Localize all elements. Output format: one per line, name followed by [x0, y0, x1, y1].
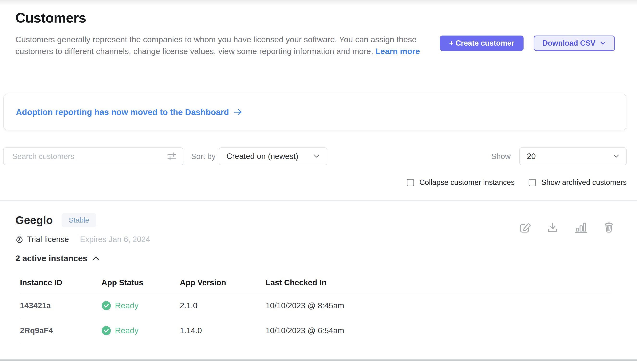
table-row[interactable]: 143421a Ready 2.1.0 10/10/2023 @ 8:45am — [20, 294, 610, 318]
filter-icon[interactable] — [167, 151, 177, 161]
app-status-text: Ready — [115, 301, 138, 310]
show-select[interactable]: 20 — [519, 148, 627, 165]
adoption-banner-text: Adoption reporting has now moved to the … — [16, 107, 229, 117]
chevron-up-icon — [92, 256, 100, 261]
search-input[interactable] — [4, 148, 167, 165]
customer-actions — [518, 221, 615, 234]
bar-chart-icon — [574, 221, 587, 234]
bottom-divider — [0, 360, 637, 361]
col-header-app-version: App Version — [180, 278, 266, 287]
sort-by-label: Sort by — [191, 148, 215, 165]
customer-name: Geeglo — [15, 214, 53, 227]
checkbox-icon[interactable] — [529, 179, 536, 186]
last-checked-in: 10/10/2023 @ 6:54am — [266, 326, 610, 335]
show-group: Show 20 — [491, 148, 627, 165]
section-divider — [0, 200, 637, 201]
trash-icon — [602, 221, 615, 234]
show-label: Show — [491, 152, 511, 161]
col-header-app-status: App Status — [101, 278, 180, 287]
checkbox-icon[interactable] — [407, 179, 414, 186]
download-csv-button[interactable]: Download CSV — [534, 36, 615, 51]
show-archived-checkbox[interactable]: Show archived customers — [529, 178, 627, 187]
check-circle-icon — [101, 301, 111, 310]
adoption-banner[interactable]: Adoption reporting has now moved to the … — [3, 94, 626, 130]
instance-id: 143421a — [20, 301, 101, 310]
app-status: Ready — [101, 301, 180, 310]
license-expiry: Expires Jan 6, 2024 — [80, 235, 150, 244]
collapse-instances-checkbox[interactable]: Collapse customer instances — [407, 178, 515, 187]
app-version: 1.14.0 — [180, 326, 266, 335]
customer-meta: Trial license Expires Jan 6, 2024 — [15, 235, 150, 244]
page-description-text: Customers generally represent the compan… — [15, 35, 416, 56]
sort-select[interactable]: Created on (newest) — [219, 148, 327, 165]
app-version: 2.1.0 — [180, 301, 266, 310]
col-header-instance-id: Instance ID — [20, 278, 101, 287]
last-checked-in: 10/10/2023 @ 8:45am — [266, 301, 610, 310]
download-icon — [546, 221, 559, 234]
table-row[interactable]: 2Rq9aF4 Ready 1.14.0 10/10/2023 @ 6:54am — [20, 318, 610, 343]
page-title: Customers — [15, 10, 86, 26]
download-csv-label: Download CSV — [543, 39, 595, 48]
arrow-right-icon — [234, 108, 243, 116]
report-customer-button[interactable] — [574, 221, 587, 234]
timer-icon — [15, 235, 24, 244]
toolbar: Sort by Created on (newest) Show 20 — [0, 148, 637, 166]
instances-toggle-label: 2 active instances — [15, 254, 88, 263]
col-header-last-checked-in: Last Checked In — [266, 278, 610, 287]
instance-id: 2Rq9aF4 — [20, 326, 101, 335]
delete-customer-button[interactable] — [602, 221, 615, 234]
top-shadow — [0, 0, 637, 5]
customer-header: Geeglo Stable — [15, 213, 96, 227]
show-archived-label: Show archived customers — [541, 178, 627, 187]
check-circle-icon — [101, 326, 111, 336]
app-status: Ready — [101, 326, 180, 336]
chevron-down-icon — [600, 40, 606, 46]
download-customer-button[interactable] — [546, 221, 559, 234]
channel-badge: Stable — [62, 213, 96, 227]
sort-select-value: Created on (newest) — [227, 152, 298, 161]
collapse-instances-label: Collapse customer instances — [419, 178, 515, 187]
edit-customer-button[interactable] — [518, 221, 531, 234]
learn-more-link[interactable]: Learn more — [375, 46, 420, 56]
search-box — [3, 148, 183, 165]
create-customer-button[interactable]: + Create customer — [440, 36, 523, 51]
page-description: Customers generally represent the compan… — [15, 34, 424, 57]
chevron-down-icon — [613, 153, 619, 160]
edit-icon — [518, 221, 531, 234]
show-select-value: 20 — [527, 152, 536, 161]
chevron-down-icon — [313, 153, 320, 160]
checkbox-row: Collapse customer instances Show archive… — [407, 178, 627, 187]
table-header-row: Instance ID App Status App Version Last … — [20, 278, 610, 294]
license-type: Trial license — [27, 235, 69, 244]
instances-toggle[interactable]: 2 active instances — [15, 254, 100, 263]
instances-table: Instance ID App Status App Version Last … — [20, 278, 610, 343]
header-actions: + Create customer Download CSV — [440, 36, 615, 51]
app-status-text: Ready — [115, 326, 138, 335]
